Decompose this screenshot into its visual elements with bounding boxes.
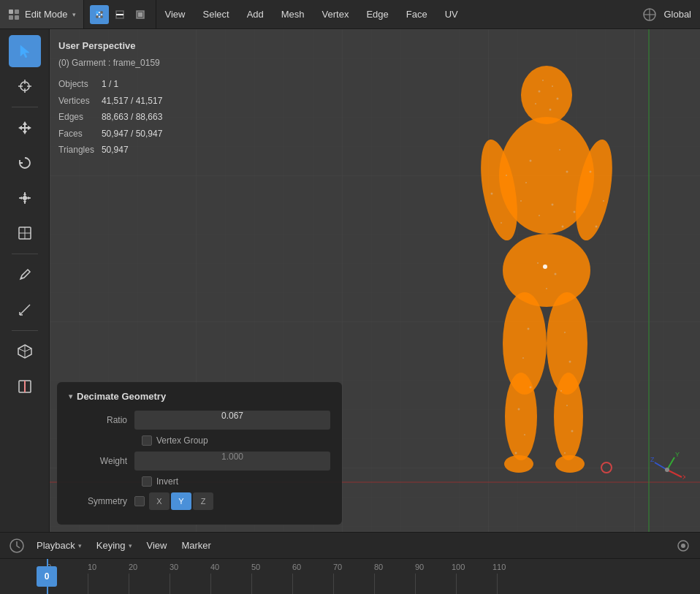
ratio-input[interactable]: 0.067 <box>134 411 330 430</box>
svg-point-87 <box>515 452 517 454</box>
tick-90 <box>415 574 416 594</box>
timeline-track[interactable]: 0 10 20 30 40 50 60 70 80 90 100 110 0 <box>0 559 700 594</box>
playback-menu[interactable]: Playback ▾ <box>31 537 88 554</box>
panel-collapse-arrow[interactable]: ▾ <box>69 392 72 400</box>
tick-60 <box>292 574 293 594</box>
viewport-info: User Perspective (0) Garment : frame_015… <box>58 38 170 158</box>
svg-rect-12 <box>138 12 142 17</box>
svg-rect-2 <box>9 15 13 20</box>
keying-arrow: ▾ <box>129 542 132 549</box>
stat-edges-value: 88,663 / 88,663 <box>102 109 170 125</box>
menu-add[interactable]: Add <box>238 0 273 28</box>
playback-arrow: ▾ <box>78 542 82 549</box>
frame-num-70: 70 <box>333 563 342 571</box>
svg-line-36 <box>25 349 31 351</box>
svg-point-77 <box>555 273 557 275</box>
menu-select[interactable]: Select <box>194 0 238 28</box>
stat-triangles: Triangles 50,947 <box>58 142 170 158</box>
symmetry-axis-group: X Y Z <box>149 492 213 510</box>
measure-tool-btn[interactable] <box>9 294 41 326</box>
frame-num-110: 110 <box>492 563 506 571</box>
menu-face[interactable]: Face <box>397 0 436 28</box>
move-tool-btn[interactable] <box>9 112 41 144</box>
mode-selector[interactable]: Edit Mode ▾ <box>0 0 84 28</box>
svg-point-23 <box>23 196 27 200</box>
svg-point-48 <box>503 234 590 307</box>
svg-marker-25 <box>23 201 26 204</box>
scale-tool-btn[interactable] <box>9 182 41 214</box>
mesh-select-icons <box>84 0 156 28</box>
svg-line-31 <box>20 305 30 315</box>
view-subtitle: (0) Garment : frame_0159 <box>58 56 170 70</box>
marker-menu[interactable]: Marker <box>175 537 216 554</box>
menu-mesh[interactable]: Mesh <box>273 0 313 28</box>
svg-line-35 <box>18 349 25 351</box>
menu-uv[interactable]: UV <box>436 0 467 28</box>
svg-point-56 <box>552 85 553 87</box>
svg-point-51 <box>505 373 537 460</box>
loop-cut-btn[interactable] <box>9 370 41 403</box>
frame-num-50: 50 <box>251 563 260 571</box>
tick-20 <box>129 574 129 594</box>
vertex-group-row: Vertex Group <box>69 435 330 446</box>
svg-point-67 <box>562 226 564 228</box>
svg-point-54 <box>555 455 585 473</box>
vertex-select-btn[interactable] <box>90 5 109 24</box>
invert-checkbox[interactable] <box>142 476 152 487</box>
cursor-tool-btn[interactable] <box>9 70 41 102</box>
menu-vertex[interactable]: Vertex <box>313 0 358 28</box>
symmetry-checkbox[interactable] <box>134 496 145 506</box>
svg-point-71 <box>491 193 493 195</box>
mode-icon <box>7 8 20 21</box>
svg-point-6 <box>100 11 103 14</box>
menu-edge[interactable]: Edge <box>357 0 397 28</box>
stat-objects: Objects 1 / 1 <box>58 76 170 92</box>
timeline-settings-btn[interactable] <box>672 535 694 557</box>
select-tool-btn[interactable] <box>9 35 41 67</box>
svg-point-8 <box>100 15 103 18</box>
sym-x-btn[interactable]: X <box>149 492 170 510</box>
panel-header: ▾ Decimate Geometry <box>69 391 330 402</box>
svg-point-75 <box>596 226 598 228</box>
frame-num-30: 30 <box>170 563 178 571</box>
view-menu[interactable]: View <box>141 537 173 554</box>
frame-num-100: 100 <box>452 563 465 571</box>
vertex-group-checkbox[interactable] <box>142 435 152 446</box>
add-cube-btn[interactable] <box>9 335 41 368</box>
3d-viewport[interactable]: User Perspective (0) Garment : frame_015… <box>50 29 700 532</box>
symmetry-label: Symmetry <box>69 496 134 506</box>
timeline-icon <box>6 535 28 557</box>
frame-num-10: 10 <box>88 563 96 571</box>
tick-110 <box>497 574 498 594</box>
stat-vertices-label: Vertices <box>58 93 102 109</box>
transform-tool-btn[interactable] <box>9 217 41 249</box>
face-select-btn[interactable] <box>131 5 150 24</box>
tick-100 <box>456 574 457 594</box>
invert-row: Invert <box>69 476 330 487</box>
frame-num-40: 40 <box>210 563 219 571</box>
current-frame-indicator[interactable]: 0 <box>37 566 57 587</box>
panel-title: Decimate Geometry <box>77 391 166 402</box>
sym-y-btn[interactable]: Y <box>171 492 191 510</box>
annotate-tool-btn[interactable] <box>9 259 41 291</box>
edge-select-btn[interactable] <box>110 5 129 24</box>
sidebar-divider-2 <box>12 254 38 254</box>
keying-label: Keying <box>96 540 126 551</box>
sidebar-divider-1 <box>12 107 38 107</box>
svg-point-52 <box>554 373 583 460</box>
menu-view[interactable]: View <box>156 0 194 28</box>
frame-num-90: 90 <box>415 563 424 571</box>
symmetry-row: Symmetry X Y Z <box>69 492 330 510</box>
weight-input[interactable]: 1.000 <box>134 452 330 471</box>
ratio-label: Ratio <box>69 415 134 425</box>
timeline-menu: Playback ▾ Keying ▾ View Marker <box>0 533 700 559</box>
rotate-tool-btn[interactable] <box>9 147 41 179</box>
svg-point-88 <box>566 405 568 406</box>
stat-triangles-label: Triangles <box>58 142 102 158</box>
svg-point-59 <box>549 109 552 111</box>
svg-point-81 <box>530 387 532 389</box>
sym-z-btn[interactable]: Z <box>193 492 213 510</box>
svg-text:Y: Y <box>675 452 680 458</box>
frame-num-80: 80 <box>374 563 383 571</box>
keying-menu[interactable]: Keying ▾ <box>91 537 138 554</box>
